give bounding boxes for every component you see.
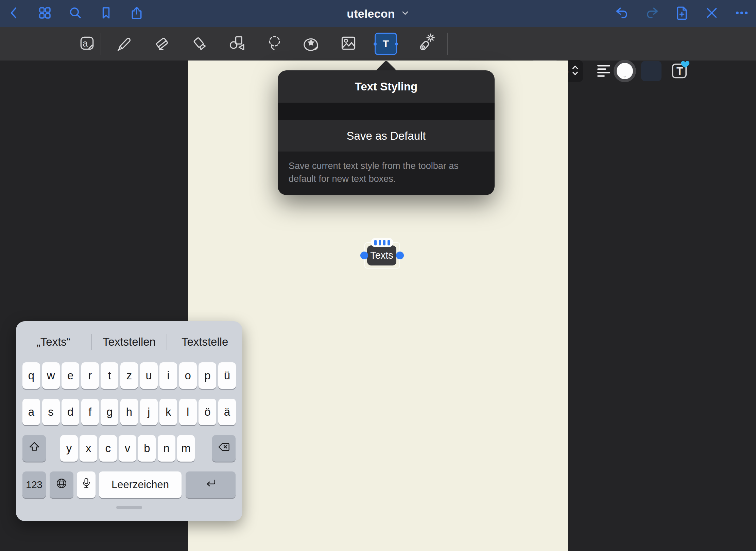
key-c[interactable]: c	[99, 435, 117, 462]
svg-text:T: T	[676, 65, 683, 77]
suggestion-1[interactable]: Textstellen	[92, 335, 167, 348]
lasso-tool-button[interactable]	[261, 27, 287, 61]
textbox-drag-handle[interactable]	[371, 238, 393, 247]
eraser-tool-button[interactable]	[149, 27, 175, 61]
key-q[interactable]: q	[22, 362, 40, 389]
keyboard-row-1: qwertzuiopü	[22, 362, 236, 389]
globe-key[interactable]	[50, 471, 73, 498]
textbox-resize-handle-right[interactable]	[396, 252, 404, 259]
textbox[interactable]: Texts	[367, 245, 396, 265]
ellipsis-icon	[734, 5, 749, 22]
shapes-tool-button[interactable]	[224, 27, 250, 61]
key-d[interactable]: d	[62, 399, 79, 425]
pen-input-off-button[interactable]	[702, 4, 721, 23]
highlighter-tool-button[interactable]	[186, 27, 212, 61]
text-color-button[interactable]: ⌄	[614, 60, 636, 82]
undo-button[interactable]	[613, 4, 632, 23]
toolbar-divider	[101, 33, 101, 55]
keyboard-row-2: asdfghjklöä	[22, 399, 236, 425]
elements-tool-button[interactable]	[298, 27, 324, 61]
edit-mode-button[interactable]: a	[74, 27, 100, 61]
text-align-button[interactable]	[593, 60, 615, 82]
align-left-icon	[595, 62, 613, 81]
key-i[interactable]: i	[159, 362, 177, 389]
backspace-icon	[217, 440, 231, 457]
key-k[interactable]: k	[159, 399, 177, 425]
text-tool-button[interactable]: T	[373, 27, 399, 61]
lasso-icon	[264, 33, 284, 54]
key-ü[interactable]: ü	[218, 362, 236, 389]
key-o[interactable]: o	[179, 362, 197, 389]
laser-pointer-tool-button[interactable]	[413, 27, 439, 61]
key-l[interactable]: l	[179, 399, 197, 425]
favorite-text-style-icon: T	[669, 59, 691, 83]
save-as-default-button[interactable]: Save as Default	[278, 120, 495, 152]
shapes-icon	[227, 33, 246, 54]
key-x[interactable]: x	[80, 435, 97, 462]
eraser-icon	[152, 33, 172, 54]
text-background-swatch[interactable]	[641, 61, 662, 81]
key-n[interactable]: n	[158, 435, 175, 462]
key-z[interactable]: z	[120, 362, 138, 389]
popover-separator-band	[278, 103, 495, 120]
key-h[interactable]: h	[120, 399, 138, 425]
edit-mode-icon: a	[77, 33, 97, 54]
floating-keyboard: „Texts“ Textstellen Textstelle qwertzuio…	[16, 321, 242, 521]
shift-key[interactable]	[22, 435, 46, 462]
undo-icon	[615, 5, 630, 22]
key-g[interactable]: g	[101, 399, 118, 425]
suggestion-2[interactable]: Textstelle	[167, 335, 242, 348]
stepper-chevrons-icon	[571, 65, 579, 78]
key-t[interactable]: t	[101, 362, 118, 389]
pen-icon	[115, 33, 134, 54]
key-v[interactable]: v	[119, 435, 136, 462]
favorite-text-style-button[interactable]: T	[668, 59, 692, 83]
return-key[interactable]	[186, 471, 236, 498]
popover-title: Text Styling	[278, 70, 495, 103]
suggestion-literal[interactable]: „Texts“	[16, 335, 91, 348]
more-button[interactable]	[732, 4, 751, 23]
key-s[interactable]: s	[42, 399, 60, 425]
text-tool-handle-right	[395, 42, 398, 46]
redo-icon	[645, 5, 659, 22]
add-page-button[interactable]	[672, 4, 691, 23]
key-b[interactable]: b	[138, 435, 156, 462]
highlighter-icon	[189, 33, 209, 54]
add-page-icon	[674, 5, 689, 22]
key-r[interactable]: r	[81, 362, 99, 389]
return-icon	[204, 477, 218, 493]
popover-description: Save current text style from the toolbar…	[278, 152, 495, 195]
key-ä[interactable]: ä	[218, 399, 236, 425]
drag-handle-bar	[388, 240, 390, 245]
key-p[interactable]: p	[199, 362, 216, 389]
space-key[interactable]: Leerzeichen	[99, 471, 182, 498]
key-f[interactable]: f	[81, 399, 99, 425]
keyboard-drag-bar[interactable]	[116, 506, 142, 509]
app-screen: utelecon	[0, 0, 756, 551]
pen-tool-button[interactable]	[111, 27, 137, 61]
key-ö[interactable]: ö	[199, 399, 216, 425]
photo-icon	[339, 33, 358, 54]
document-title: utelecon	[347, 7, 395, 20]
redo-button[interactable]	[642, 4, 662, 23]
shift-icon	[28, 441, 41, 456]
tools-toolbar: a	[0, 27, 756, 61]
key-e[interactable]: e	[62, 362, 79, 389]
image-tool-button[interactable]	[336, 27, 361, 61]
pen-input-off-icon	[704, 5, 719, 22]
key-j[interactable]: j	[140, 399, 158, 425]
textbox-resize-handle-left[interactable]	[360, 252, 368, 259]
text-color-swatch-white: ⌄	[617, 63, 633, 79]
key-a[interactable]: a	[22, 399, 40, 425]
key-u[interactable]: u	[140, 362, 158, 389]
key-w[interactable]: w	[42, 362, 60, 389]
text-tool-selected-box: T	[375, 33, 397, 55]
drag-handle-bar	[379, 240, 381, 245]
backspace-key[interactable]	[212, 435, 236, 462]
numbers-key[interactable]: 123	[22, 471, 46, 498]
text-tool-handle-left	[374, 42, 377, 46]
key-y[interactable]: y	[60, 435, 78, 462]
key-m[interactable]: m	[177, 435, 195, 462]
numbers-key-label: 123	[26, 479, 42, 490]
dictation-key[interactable]	[77, 471, 96, 498]
